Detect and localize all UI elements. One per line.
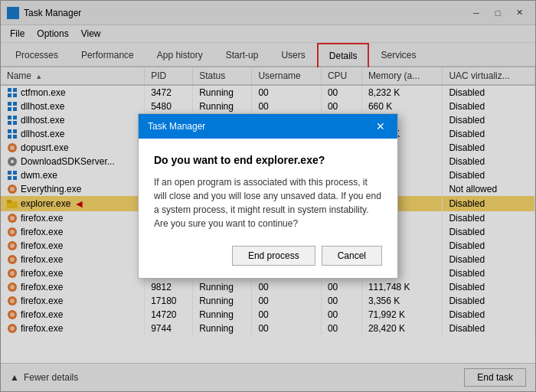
modal-question: Do you want to end explorer.exe? — [154, 154, 382, 166]
modal-close-button[interactable]: ✕ — [373, 120, 388, 132]
modal-body: Do you want to end explorer.exe? If an o… — [139, 139, 397, 278]
modal-overlay: Task Manager ✕ Do you want to end explor… — [0, 0, 536, 392]
cancel-button[interactable]: Cancel — [322, 246, 382, 266]
modal-description: If an open program is associated with th… — [154, 175, 382, 230]
end-process-button[interactable]: End process — [232, 246, 315, 266]
modal-title: Task Manager — [148, 121, 205, 132]
end-process-dialog: Task Manager ✕ Do you want to end explor… — [138, 113, 398, 279]
modal-title-bar: Task Manager ✕ — [139, 114, 397, 139]
modal-buttons: End process Cancel — [154, 246, 382, 266]
